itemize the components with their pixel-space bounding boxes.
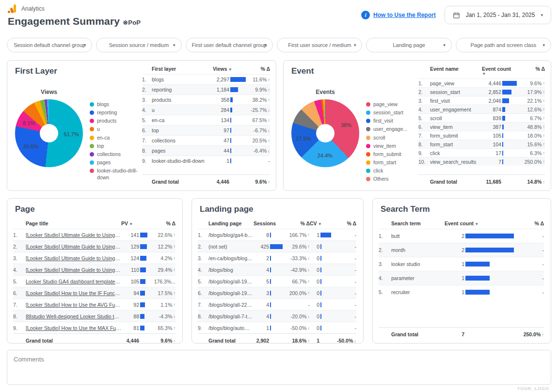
page-title-link[interactable]: [Looker Studio] Ultimate Guide to Using …: [26, 244, 121, 250]
comments-input[interactable]: Comments: [7, 350, 551, 385]
metric-value: 105: [121, 279, 139, 284]
col-header-cv[interactable]: CV▾: [310, 220, 332, 226]
legend-label: u: [97, 126, 100, 133]
filter-first-user-default-channel-group[interactable]: First user default channel group▾: [186, 38, 273, 52]
col-header-pv[interactable]: PV▾: [121, 220, 148, 226]
legend-item-top[interactable]: top: [90, 143, 140, 150]
legend-item-blogs[interactable]: blogs: [90, 101, 140, 108]
filter-label: Page path and screen class: [462, 42, 545, 48]
how-to-use-link[interactable]: How to Use the Report: [373, 12, 436, 18]
delta-value: 6.3%: [530, 150, 542, 156]
col-header-views[interactable]: Views▾: [213, 66, 247, 72]
legend-item-session-start[interactable]: session_start: [366, 110, 416, 116]
page-title-link[interactable]: [Looker Studio] Ultimate Guide to Using …: [26, 267, 121, 273]
donut-pct-label: 26.6%: [23, 143, 38, 149]
metric-value: 0: [310, 314, 319, 319]
filter-session-source-medium[interactable]: Session source / medium▾: [96, 38, 181, 52]
page-title-link[interactable]: 88studio Well-designed Looker Studio tem…: [26, 314, 121, 319]
delta-value: 9.6%: [255, 179, 267, 185]
page-title-link[interactable]: [Looker Studio] How to Use the AVG Funct…: [26, 302, 121, 308]
value-bar: [320, 244, 321, 249]
legend-item-view-item[interactable]: view_item: [366, 143, 416, 150]
value-bar: [230, 148, 231, 153]
metric-value: 104: [482, 141, 501, 147]
legend-item-click[interactable]: click: [366, 168, 416, 174]
table-row: 3.first_visit2,04622.1%↑: [418, 96, 545, 105]
col-header-event-count[interactable]: Event count▾: [445, 220, 515, 226]
table-row: 5.recruiter1-: [379, 285, 544, 299]
table-row: 8.pages44-6.4%↓: [142, 145, 270, 156]
legend-item-pages[interactable]: pages: [90, 159, 140, 166]
legend-dot-icon: [366, 127, 370, 131]
delta-value: -: [542, 247, 544, 253]
delta-value: -: [542, 261, 544, 267]
date-range-picker[interactable]: Jan 1, 2025 - Jan 31, 2025 ▾: [445, 6, 551, 24]
metric-value: 47: [213, 138, 229, 143]
sort-caret-icon: ▾: [229, 67, 232, 72]
legend-item-u[interactable]: u: [90, 126, 140, 133]
filter-landing-page[interactable]: Landing page▾: [366, 38, 451, 52]
metric-value: 839: [482, 115, 501, 121]
filter-session-default-channel-group[interactable]: Session default channel group▾: [7, 38, 92, 52]
legend-item-looker-studio-drill-down[interactable]: looker-studio-drill-down: [90, 168, 140, 181]
metric-value: 1: [310, 232, 319, 238]
delta-value: 9.9%: [255, 87, 267, 93]
metric-value: 94: [121, 290, 139, 296]
metric-value: 3: [254, 290, 269, 296]
filter-page-path-and-screen-class[interactable]: Page path and screen class▾: [456, 38, 551, 52]
legend-item-en-ca[interactable]: en-ca: [90, 135, 140, 141]
info-icon: i: [361, 11, 370, 19]
metric-value: 0: [310, 279, 319, 284]
metric-value: 1: [254, 325, 269, 331]
metric-value: 0: [310, 267, 319, 273]
down-arrow-icon: ↓: [268, 108, 270, 113]
legend-item-form-submit[interactable]: form_submit: [366, 151, 416, 158]
delta-value: 9.6%: [530, 80, 542, 86]
page-title-link[interactable]: [Looker Studio] How to Use the IF Functi…: [26, 290, 121, 296]
legend-item-scroll[interactable]: scroll: [366, 135, 416, 141]
up-arrow-icon: ↑: [542, 133, 545, 138]
metric-value: 4,446: [482, 80, 501, 86]
col-header-event-count[interactable]: Event count▾: [482, 66, 518, 76]
up-arrow-icon: ↑: [268, 87, 270, 93]
up-arrow-icon: ↑: [268, 118, 270, 123]
legend-label: first_visit: [373, 118, 393, 125]
legend-dot-icon: [90, 160, 94, 165]
up-arrow-icon: ↑: [173, 338, 175, 344]
up-arrow-icon: ↑: [268, 179, 270, 185]
metric-value: 8: [254, 232, 269, 238]
filter-label: First user default channel group: [192, 42, 267, 48]
help-group: i How to Use the Report: [361, 11, 436, 19]
legend-item-others[interactable]: Others: [366, 176, 416, 183]
page-title-link[interactable]: [Looker Studio] Ultimate Guide to Using …: [26, 255, 121, 261]
filter-first-user-source-medium[interactable]: First user source / medium▾: [277, 38, 362, 52]
up-arrow-icon: ↑: [173, 267, 175, 272]
legend-dot-icon: [90, 119, 94, 123]
legend-item-user-engage[interactable]: user_engage...: [366, 126, 416, 133]
value-bar: [320, 314, 321, 319]
metric-value: 4: [254, 302, 269, 308]
delta-value: -: [355, 325, 357, 331]
page-title-link[interactable]: Looker Studio GA4 dashboard template[400…: [26, 279, 121, 284]
legend-item-page-view[interactable]: page_view: [366, 101, 416, 108]
down-arrow-icon: ↓: [173, 314, 175, 319]
delta-value: -: [355, 290, 357, 296]
legend-item-form-start[interactable]: form_start: [366, 159, 416, 166]
value-bar: [140, 314, 144, 319]
metric-value: 129: [121, 244, 139, 250]
legend-item-first-visit[interactable]: first_visit: [366, 118, 416, 125]
legend-item-products[interactable]: products: [90, 118, 140, 125]
metric-value: 0: [310, 325, 319, 331]
grand-total-row: Grand total2,90218.6%↑1-50.0%↓: [198, 333, 356, 344]
table-row: 4.u284-25.7%↓: [142, 105, 270, 115]
page-title-link[interactable]: [Looker Studio] How to Use the MAX Funct…: [26, 325, 121, 331]
chevron-down-icon: ▾: [354, 43, 356, 47]
delta-value: -6.4%: [254, 148, 267, 154]
delta-value: 11.6%: [253, 77, 267, 82]
up-arrow-icon: ↑: [173, 290, 175, 296]
page-title-link[interactable]: [Looker Studio] Ultimate Guide to Using …: [26, 232, 121, 238]
value-bar: [465, 276, 490, 281]
legend-item-collections[interactable]: collections: [90, 151, 140, 158]
header: Analytics Engagement Summary※PoP i How t…: [7, 4, 551, 33]
legend-item-reporting[interactable]: reporting: [90, 110, 140, 116]
